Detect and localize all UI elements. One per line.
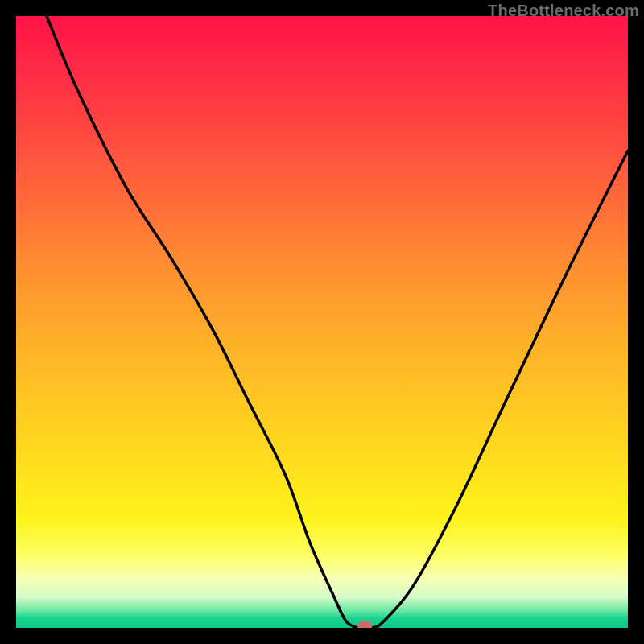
chart-stage: TheBottleneck.com [0, 0, 644, 644]
bottleneck-curve [47, 16, 628, 628]
plot-area [16, 16, 628, 628]
current-config-marker [357, 621, 372, 628]
curve-layer [16, 16, 628, 628]
watermark-text: TheBottleneck.com [488, 2, 639, 20]
